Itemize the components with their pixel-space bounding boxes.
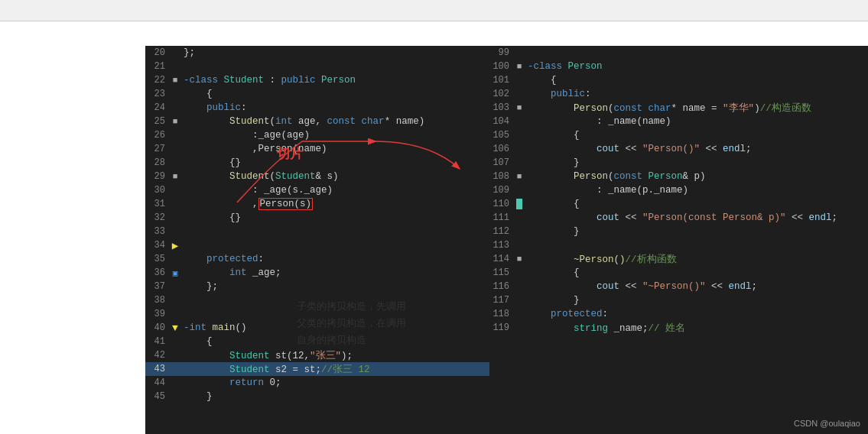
code-line-27: 27 ,Person(name) (145, 142, 520, 156)
code-line-21: 21 (145, 60, 520, 73)
right-line-118: 118 protected: (489, 307, 868, 321)
right-line-104: 104 : _name(name) (489, 115, 868, 128)
code-line-29: 29 ■ Student(Student& s) (145, 170, 520, 183)
code-line-22: 22 ■ -class Student : public Person (145, 73, 520, 87)
right-line-99: 99 (489, 46, 868, 60)
right-line-106: 106 cout << "Person()" << endl; (489, 142, 868, 156)
right-line-102: 102 public: (489, 87, 868, 101)
code-line-31: 31 ,Person(s) (145, 197, 520, 211)
code-panel-right[interactable]: 99 100 ■ -class Person 101 { 102 public:… (489, 46, 868, 434)
code-line-34: 34 ▶ (145, 238, 520, 252)
csdn-footer: CSDN @oulaqiao (794, 419, 860, 428)
code-line-23: 23 { (145, 87, 520, 101)
right-line-100: 100 ■ -class Person (489, 60, 868, 73)
right-line-112: 112 } (489, 225, 868, 238)
code-line-43: 43 Student s2 = st;//张三 12 (145, 362, 520, 376)
code-line-32: 32 {} (145, 211, 520, 225)
top-bar (0, 0, 868, 21)
code-line-37: 37 }; (145, 280, 520, 293)
cut-label: 切片 (277, 145, 303, 163)
right-line-116: 116 cout << "~Person()" << endl; (489, 280, 868, 293)
right-line-109: 109 : _name(p._name) (489, 183, 868, 197)
right-line-108: 108 ■ Person(const Person& p) (489, 170, 868, 183)
right-line-117: 117 } (489, 293, 868, 307)
code-line-20: 20 }; (145, 46, 520, 60)
right-line-105: 105 { (489, 128, 868, 142)
right-line-110: 110 { (489, 197, 868, 211)
code-line-42: 42 Student st(12,"张三"); (145, 348, 520, 362)
code-line-24: 24 public: (145, 101, 520, 115)
code-line-26: 26 :_age(age) (145, 128, 520, 142)
code-line-30: 30 : _age(s._age) (145, 183, 520, 197)
copy-note: 子类的拷贝构造，先调用 父类的拷贝构造，在调用 自身的拷贝构造 (297, 298, 406, 348)
copy-note-line3: 自身的拷贝构造 (297, 332, 406, 348)
right-line-111: 111 cout << "Person(const Person& p)" <<… (489, 211, 868, 225)
right-line-103: 103 ■ Person(const char* name = "李华")//构… (489, 101, 868, 115)
code-line-35: 35 protected: (145, 252, 520, 266)
main-container: 20 }; 21 22 ■ -class Student : public Pe… (0, 0, 868, 434)
right-line-114: 114 ■ ~Person()//析构函数 (489, 252, 868, 266)
right-line-107: 107 } (489, 156, 868, 170)
right-line-115: 115 { (489, 266, 868, 280)
code-line-33: 33 (145, 225, 520, 238)
code-panel-left[interactable]: 20 }; 21 22 ■ -class Student : public Pe… (145, 46, 520, 434)
copy-note-line1: 子类的拷贝构造，先调用 (297, 298, 406, 315)
copy-note-line2: 父类的拷贝构造，在调用 (297, 315, 406, 332)
code-line-28: 28 {} (145, 156, 520, 170)
code-line-44: 44 return 0; (145, 376, 520, 390)
code-line-36: 36 ▣ int _age; (145, 266, 520, 280)
right-line-119: 119 string _name;// 姓名 (489, 321, 868, 335)
right-line-113: 113 (489, 238, 868, 252)
code-line-45: 45 } (145, 390, 520, 403)
right-line-101: 101 { (489, 73, 868, 87)
code-line-25: 25 ■ Student(int age, const char* name) (145, 115, 520, 128)
